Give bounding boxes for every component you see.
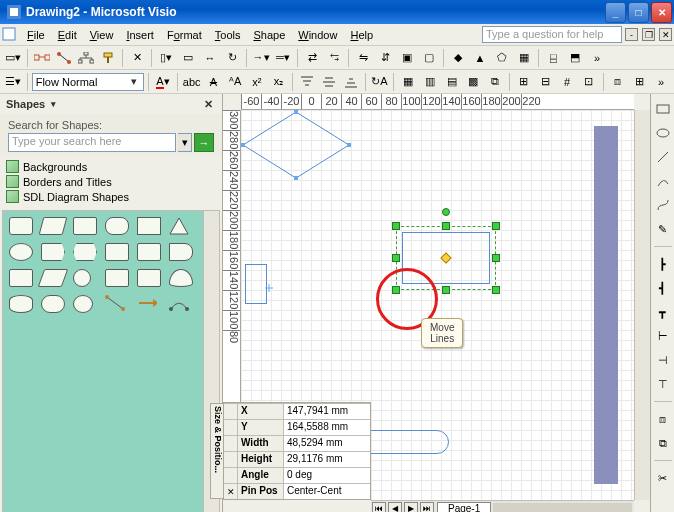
align-rt6-icon[interactable]: ⊤: [654, 375, 672, 393]
flip-h-icon[interactable]: ⇋: [353, 48, 373, 68]
bring-front-icon[interactable]: ▣: [397, 48, 417, 68]
resize-handle-se[interactable]: [492, 286, 500, 294]
connect-shapes-icon[interactable]: [32, 48, 52, 68]
menu-tools[interactable]: Tools: [209, 27, 247, 43]
rotate-text-icon[interactable]: ↻A: [370, 72, 390, 92]
sp-close-icon[interactable]: ✕: [224, 484, 238, 499]
subscript-icon[interactable]: x₂: [269, 72, 289, 92]
line-end-icon[interactable]: →▾: [251, 48, 271, 68]
crop-tool-icon[interactable]: ✂: [654, 469, 672, 487]
shape-cylinder[interactable]: [9, 295, 33, 313]
text-block-icon[interactable]: abc: [182, 72, 202, 92]
custom-props-icon[interactable]: ⬒: [565, 48, 585, 68]
menu-edit[interactable]: Edit: [52, 27, 83, 43]
mdi-minimize-button[interactable]: -: [625, 28, 638, 41]
line-tool-icon[interactable]: [654, 148, 672, 166]
shape-ellipse[interactable]: [73, 295, 93, 313]
connector-tool-icon[interactable]: [54, 48, 74, 68]
flip-v-icon[interactable]: ⇵: [375, 48, 395, 68]
shape-doc[interactable]: [137, 243, 161, 261]
align-rt3-icon[interactable]: ┳: [654, 303, 672, 321]
mdi-close-button[interactable]: ✕: [659, 28, 672, 41]
resize-handle-e[interactable]: [492, 254, 500, 262]
shape-card[interactable]: [105, 243, 129, 261]
more2-icon[interactable]: »: [651, 72, 671, 92]
cancel-connect-icon[interactable]: ✕: [127, 48, 147, 68]
shape-storage[interactable]: [105, 269, 129, 287]
menu-insert[interactable]: Insert: [120, 27, 160, 43]
distribute-icon[interactable]: ▭: [178, 48, 198, 68]
rulers-icon[interactable]: ⊞: [514, 72, 534, 92]
shape-pill[interactable]: [41, 295, 65, 313]
shape-ops-icon[interactable]: ◆: [448, 48, 468, 68]
search-dropdown-icon[interactable]: ▾: [178, 133, 192, 152]
grid3-icon[interactable]: ▩: [463, 72, 483, 92]
shape-round-end[interactable]: [369, 430, 449, 454]
horizontal-scrollbar[interactable]: [493, 503, 632, 513]
ungroup-icon[interactable]: ⧈: [654, 410, 672, 428]
page-last-button[interactable]: ⏭: [420, 502, 434, 513]
shape-circle[interactable]: [9, 243, 33, 261]
shape-small-rect[interactable]: [245, 264, 267, 304]
shape-merge[interactable]: [137, 269, 161, 287]
layer-icon[interactable]: ⧉: [485, 72, 505, 92]
connection-points-icon[interactable]: ⊡: [579, 72, 599, 92]
sp-height-field[interactable]: 29,1176 mm: [284, 452, 370, 467]
freeform-tool-icon[interactable]: [654, 196, 672, 214]
page-break-icon[interactable]: ⊞: [629, 72, 649, 92]
fill-grid-icon[interactable]: ▦: [398, 72, 418, 92]
shape-hexagon[interactable]: [73, 243, 97, 261]
rectangle-tool-icon[interactable]: [654, 100, 672, 118]
close-button[interactable]: ✕: [651, 2, 672, 23]
shape-conn[interactable]: [73, 269, 91, 287]
menu-shape[interactable]: Shape: [247, 27, 291, 43]
maximize-button[interactable]: □: [628, 2, 649, 23]
connect-icon[interactable]: ↔: [200, 48, 220, 68]
align-shapes-icon[interactable]: ▯▾: [156, 48, 176, 68]
menu-window[interactable]: Window: [292, 27, 343, 43]
shape-data[interactable]: [38, 269, 69, 287]
mdi-restore-button[interactable]: ❐: [642, 28, 655, 41]
text-tool-icon[interactable]: ☰▾: [3, 72, 23, 92]
align-rt5-icon[interactable]: ⊣: [654, 351, 672, 369]
rotate-handle[interactable]: [442, 208, 450, 216]
size-position-window[interactable]: Size & Positio... X147,7941 mm Y164,5588…: [223, 402, 371, 500]
grid-icon[interactable]: ⊟: [536, 72, 556, 92]
grid1-icon[interactable]: ▥: [420, 72, 440, 92]
page-first-button[interactable]: ⏮: [372, 502, 386, 513]
strikethrough-icon[interactable]: A: [204, 72, 224, 92]
page-next-button[interactable]: ▶: [404, 502, 418, 513]
sp-pinpos-field[interactable]: Center-Cent: [284, 484, 370, 499]
align-rt4-icon[interactable]: ⊢: [654, 327, 672, 345]
shape-rounded[interactable]: [105, 217, 129, 235]
never-reroute-icon[interactable]: ⥃: [324, 48, 344, 68]
shapes-pane-close-button[interactable]: ✕: [200, 96, 216, 112]
sp-angle-field[interactable]: 0 deg: [284, 468, 370, 483]
arc-tool-icon[interactable]: [654, 172, 672, 190]
sp-width-field[interactable]: 48,5294 mm: [284, 436, 370, 451]
align-rt1-icon[interactable]: ┣: [654, 255, 672, 273]
shapes-dropdown-icon[interactable]: ▾: [51, 99, 56, 109]
shape-end[interactable]: [169, 243, 193, 261]
menu-file[interactable]: File: [21, 27, 51, 43]
shape-process[interactable]: [9, 217, 33, 235]
union-icon[interactable]: ▲: [470, 48, 490, 68]
font-color-icon[interactable]: A▾: [153, 72, 173, 92]
send-back-icon[interactable]: ▢: [419, 48, 439, 68]
superscript-icon[interactable]: x²: [247, 72, 267, 92]
minimize-button[interactable]: _: [605, 2, 626, 23]
shape-rect[interactable]: [73, 217, 97, 235]
shape-display[interactable]: [9, 269, 33, 287]
stencil-item-borders[interactable]: Borders and Titles: [6, 174, 216, 189]
fragment-icon[interactable]: ⬠: [492, 48, 512, 68]
sp-x-field[interactable]: 147,7941 mm: [284, 404, 370, 419]
page-prev-button[interactable]: ◀: [388, 502, 402, 513]
stencil-item-sdl[interactable]: SDL Diagram Shapes: [6, 189, 216, 204]
page-tab[interactable]: Page-1: [437, 502, 491, 513]
group-icon[interactable]: ⧉: [654, 434, 672, 452]
sp-y-field[interactable]: 164,5588 mm: [284, 420, 370, 435]
stencil-item-backgrounds[interactable]: Backgrounds: [6, 159, 216, 174]
menu-view[interactable]: View: [84, 27, 120, 43]
more-icon[interactable]: »: [587, 48, 607, 68]
resize-handle-s[interactable]: [442, 286, 450, 294]
